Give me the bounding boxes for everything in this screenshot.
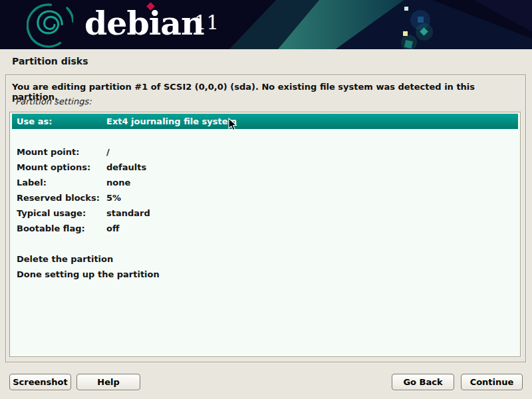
page-title: Partition disks	[12, 56, 88, 66]
list-spacer	[11, 236, 519, 251]
item-label: Reserved blocks:	[17, 193, 106, 203]
list-spacer	[11, 129, 519, 144]
partition-settings-list: Use as: Ext4 journaling file system Moun…	[9, 112, 521, 357]
item-value: defaults	[106, 162, 146, 172]
go-back-button[interactable]: Go Back	[392, 374, 454, 390]
header-banner: debian 11	[0, 0, 532, 49]
item-label: Done setting up the partition	[17, 269, 160, 279]
item-value: 5%	[106, 193, 121, 203]
brand-version: 11	[194, 9, 219, 36]
spark-square-blue	[418, 17, 424, 23]
list-item-delete-partition[interactable]: Delete the partition	[11, 251, 519, 267]
continue-button[interactable]: Continue	[461, 374, 523, 390]
spark-square-white	[404, 7, 408, 11]
item-label: Mount point:	[17, 147, 106, 157]
item-label: Bootable flag:	[17, 223, 106, 233]
item-value: /	[106, 147, 110, 157]
spark-square-yellow	[403, 31, 408, 36]
item-label: Use as:	[17, 116, 106, 126]
item-value: none	[106, 178, 130, 188]
item-label: Typical usage:	[17, 208, 106, 218]
list-item-reserved-blocks[interactable]: Reserved blocks: 5%	[11, 190, 519, 205]
list-item-mount-options[interactable]: Mount options: defaults	[11, 160, 519, 175]
list-item-done-partition[interactable]: Done setting up the partition	[11, 267, 519, 282]
brand-wordmark: debian	[84, 3, 204, 44]
spark-square-teal	[404, 40, 413, 49]
list-item-typical-usage[interactable]: Typical usage: standard	[11, 205, 519, 221]
item-value: standard	[106, 208, 150, 218]
help-button[interactable]: Help	[76, 374, 140, 390]
item-label: Delete the partition	[17, 254, 113, 264]
banner-artwork	[0, 0, 532, 49]
item-value: off	[106, 223, 119, 233]
screenshot-button[interactable]: Screenshot	[9, 374, 71, 390]
item-label: Mount options:	[17, 162, 106, 172]
debian-swirl-logo	[27, 2, 73, 49]
item-value: Ext4 journaling file system	[106, 116, 237, 126]
list-item-label[interactable]: Label: none	[11, 175, 519, 190]
item-label: Label:	[17, 178, 106, 188]
list-item-bootable-flag[interactable]: Bootable flag: off	[11, 221, 519, 236]
list-item-mount-point[interactable]: Mount point: /	[11, 144, 519, 160]
info-subtitle: Partition settings:	[15, 96, 92, 106]
list-item-use-as[interactable]: Use as: Ext4 journaling file system	[12, 114, 518, 129]
